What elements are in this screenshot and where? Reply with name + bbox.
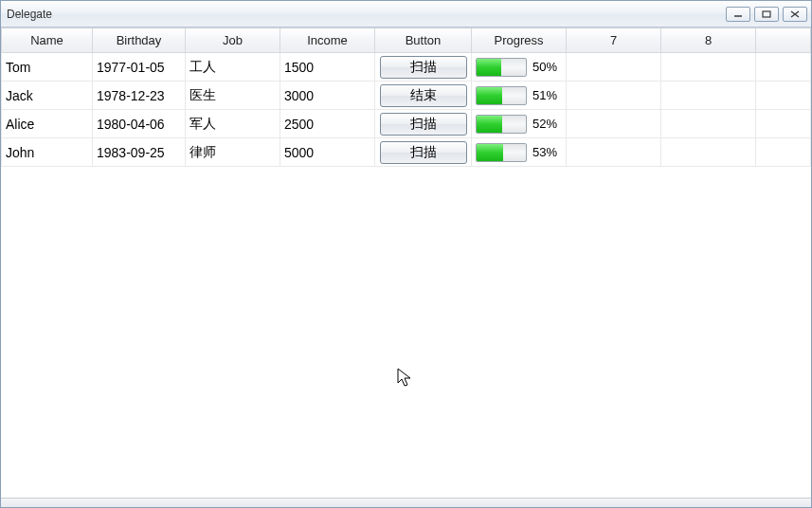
table-row[interactable]: Alice1980-04-06军人2500扫描52% (2, 110, 811, 138)
close-icon (790, 10, 800, 18)
titlebar[interactable]: Delegate (1, 1, 811, 27)
col-header-name[interactable]: Name (2, 28, 93, 53)
cell-birthday[interactable]: 1980-04-06 (93, 110, 186, 138)
cell-income[interactable]: 2500 (280, 110, 375, 138)
window-buttons (726, 7, 807, 22)
progress-bar[interactable] (476, 115, 527, 134)
progress-fill (477, 59, 501, 76)
progress-bar[interactable] (476, 58, 527, 77)
minimize-icon (733, 10, 743, 18)
window-title: Delegate (7, 8, 726, 21)
col-header-job[interactable]: Job (186, 28, 280, 53)
row-action-button[interactable]: 扫描 (380, 56, 467, 79)
cell-button: 结束 (375, 82, 472, 110)
cell-8[interactable] (661, 82, 756, 110)
col-header-income[interactable]: Income (280, 28, 375, 53)
col-header-progress[interactable]: Progress (472, 28, 567, 53)
cell-job[interactable]: 律师 (186, 138, 280, 167)
progress-label: 53% (532, 145, 557, 159)
cell-progress: 52% (472, 110, 567, 138)
cell-progress: 51% (472, 82, 567, 110)
progress-wrap: 50% (476, 58, 562, 77)
col-header-birthday[interactable]: Birthday (93, 28, 186, 53)
svg-rect-1 (763, 11, 770, 17)
cell-8[interactable] (661, 110, 756, 138)
cell-name[interactable]: John (2, 138, 93, 167)
cell-job[interactable]: 工人 (186, 53, 280, 82)
table-row[interactable]: John1983-09-25律师5000扫描53% (2, 138, 811, 167)
cell-8[interactable] (661, 53, 756, 82)
progress-fill (477, 144, 503, 161)
cell-tail (756, 138, 811, 167)
cell-job[interactable]: 军人 (186, 110, 280, 138)
progress-bar[interactable] (476, 143, 527, 162)
cell-button: 扫描 (375, 138, 472, 167)
table-row[interactable]: Jack1978-12-23医生3000结束51% (2, 82, 811, 110)
maximize-button[interactable] (754, 7, 779, 22)
progress-fill (477, 116, 502, 133)
table-header-row: Name Birthday Job Income Button Progress… (2, 28, 811, 53)
progress-label: 51% (532, 88, 557, 102)
content-area: Name Birthday Job Income Button Progress… (1, 27, 811, 498)
row-action-button[interactable]: 扫描 (380, 141, 467, 164)
cell-name[interactable]: Alice (2, 110, 93, 138)
cell-income[interactable]: 5000 (280, 138, 375, 167)
cell-birthday[interactable]: 1977-01-05 (93, 53, 186, 82)
cell-7[interactable] (567, 138, 661, 167)
cell-7[interactable] (567, 53, 661, 82)
cell-job[interactable]: 医生 (186, 82, 280, 110)
progress-label: 52% (532, 117, 557, 131)
cell-tail (756, 82, 811, 110)
cell-income[interactable]: 1500 (280, 53, 375, 82)
col-header-8[interactable]: 8 (661, 28, 756, 53)
progress-bar[interactable] (476, 86, 527, 105)
col-header-button[interactable]: Button (375, 28, 472, 53)
cell-8[interactable] (661, 138, 756, 167)
cell-button: 扫描 (375, 53, 472, 82)
table-row[interactable]: Tom1977-01-05工人1500扫描50% (2, 53, 811, 82)
col-header-7[interactable]: 7 (567, 28, 661, 53)
cell-birthday[interactable]: 1978-12-23 (93, 82, 186, 110)
cell-tail (756, 53, 811, 82)
cell-tail (756, 110, 811, 138)
cell-name[interactable]: Jack (2, 82, 93, 110)
minimize-button[interactable] (726, 7, 750, 22)
statusbar (1, 498, 811, 507)
cell-birthday[interactable]: 1983-09-25 (93, 138, 186, 167)
cell-progress: 50% (472, 53, 567, 82)
window: Delegate Name Birthday Job (0, 0, 812, 508)
cell-income[interactable]: 3000 (280, 82, 375, 110)
col-header-tail (756, 28, 811, 53)
cell-name[interactable]: Tom (2, 53, 93, 82)
maximize-icon (762, 10, 771, 18)
progress-wrap: 52% (476, 115, 562, 134)
data-table: Name Birthday Job Income Button Progress… (1, 27, 811, 167)
cell-button: 扫描 (375, 110, 472, 138)
cell-7[interactable] (567, 110, 661, 138)
progress-label: 50% (532, 60, 557, 74)
row-action-button[interactable]: 扫描 (380, 113, 467, 136)
progress-fill (477, 87, 502, 104)
cell-progress: 53% (472, 138, 567, 167)
row-action-button[interactable]: 结束 (380, 84, 467, 107)
progress-wrap: 51% (476, 86, 562, 105)
cell-7[interactable] (567, 82, 661, 110)
progress-wrap: 53% (476, 143, 562, 162)
close-button[interactable] (783, 7, 807, 22)
